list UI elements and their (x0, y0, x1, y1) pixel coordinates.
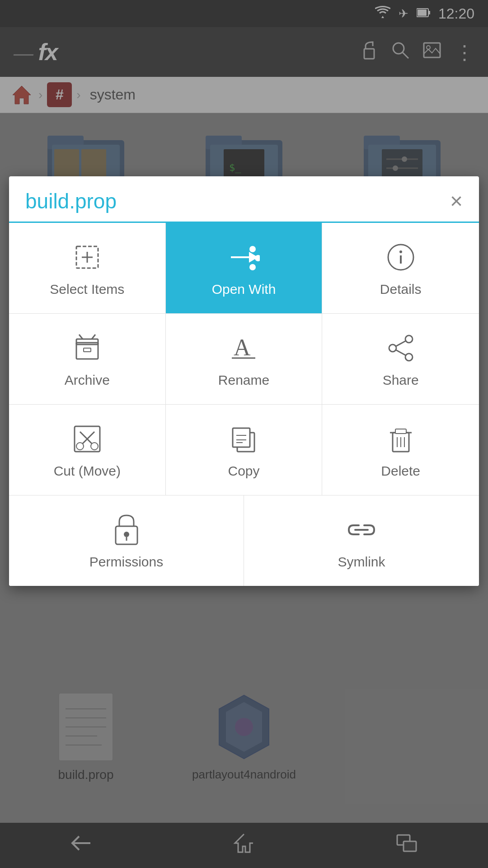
delete-icon (386, 421, 415, 457)
context-menu-dialog: build.prop × Select Items (9, 176, 479, 586)
copy-label: Copy (228, 463, 259, 479)
archive-label: Archive (65, 373, 110, 388)
svg-line-57 (396, 341, 406, 346)
svg-point-56 (405, 354, 413, 361)
svg-point-62 (76, 443, 84, 450)
rename-label: Rename (218, 373, 269, 388)
details-label: Details (380, 282, 422, 297)
copy-button[interactable]: Copy (166, 405, 323, 495)
svg-rect-48 (76, 339, 98, 344)
open-with-icon (227, 239, 260, 275)
dialog-title: build.prop (25, 189, 117, 213)
cut-move-button[interactable]: Cut (Move) (9, 405, 166, 495)
dialog-header: build.prop × (9, 176, 479, 223)
select-items-icon (73, 239, 102, 275)
select-items-button[interactable]: Select Items (9, 223, 166, 314)
symlink-label: Symlink (338, 554, 385, 570)
share-button[interactable]: Share (322, 314, 479, 405)
copy-icon (229, 421, 258, 457)
menu-grid: Select Items Open With (9, 223, 479, 495)
svg-point-46 (399, 250, 402, 253)
svg-point-54 (405, 335, 413, 343)
dialog-close-button[interactable]: × (450, 190, 463, 212)
details-button[interactable]: Details (322, 223, 479, 314)
delete-label: Delete (381, 463, 420, 479)
symlink-icon (345, 512, 378, 548)
delete-button[interactable]: Delete (322, 405, 479, 495)
svg-rect-65 (233, 428, 250, 447)
permissions-button[interactable]: Permissions (9, 495, 244, 586)
svg-line-58 (396, 350, 406, 355)
cut-move-label: Cut (Move) (54, 463, 121, 479)
archive-icon (73, 330, 102, 366)
rename-button[interactable]: A Rename (166, 314, 323, 405)
svg-rect-72 (395, 429, 406, 434)
svg-point-63 (91, 443, 98, 450)
permissions-label: Permissions (89, 554, 163, 570)
permissions-icon (114, 512, 139, 548)
share-label: Share (383, 373, 419, 388)
cut-move-icon (73, 421, 102, 457)
svg-point-41 (249, 246, 256, 252)
rename-icon: A (229, 330, 258, 366)
svg-rect-49 (84, 348, 91, 352)
archive-button[interactable]: Archive (9, 314, 166, 405)
open-with-button[interactable]: Open With (166, 223, 323, 314)
select-items-label: Select Items (50, 282, 124, 297)
svg-point-43 (249, 264, 256, 270)
menu-bottom-row: Permissions Symlink (9, 495, 479, 586)
svg-text:A: A (234, 335, 251, 360)
details-icon (386, 239, 415, 275)
share-icon (386, 330, 415, 366)
symlink-button[interactable]: Symlink (244, 495, 479, 586)
open-with-label: Open With (212, 282, 276, 297)
svg-point-77 (124, 532, 129, 537)
svg-point-55 (389, 344, 396, 352)
